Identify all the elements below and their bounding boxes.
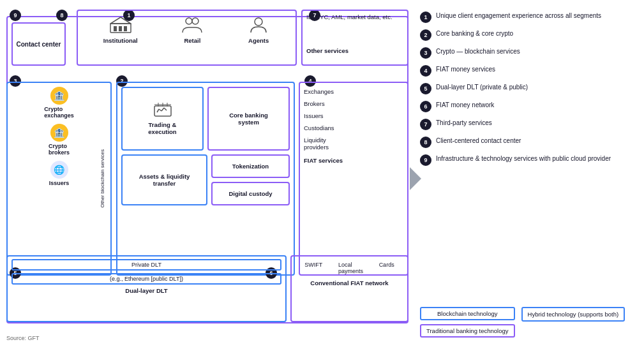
- crypto-vertical-label-container: Other blockchain services: [96, 83, 108, 274]
- institutional-label: Institutional: [103, 37, 138, 44]
- legend-item-3: 3 Crypto — blockchain services: [420, 47, 633, 59]
- digital-custody-box: Digital custody: [211, 182, 290, 205]
- fiat-network-box: SWIFT Localpayments Cards Conventional F…: [290, 255, 408, 322]
- fiat-network-row: SWIFT Localpayments Cards: [297, 262, 402, 274]
- legend-tech-box: Blockchain technology Traditional bankin…: [420, 307, 515, 338]
- svg-line-10: [159, 109, 161, 111]
- badge-8: 8: [56, 10, 68, 21]
- legend-text-5: Dual-layer DLT (private & public): [436, 83, 633, 91]
- crypto-outer-box: 🏦 Cryptoexchanges 🏦 Cryptobrokers 🌐 Issu…: [6, 82, 112, 276]
- public-dlt-box: (e.g., Ethereum [public DLT]): [11, 273, 281, 285]
- issuers-icon: 🌐: [50, 161, 68, 179]
- legend-item-2: 2 Core banking & core crypto: [420, 29, 633, 41]
- traditional-tech-label: Traditional banking technology: [426, 327, 509, 334]
- legend-item-1: 1 Unique client engagement experience ac…: [420, 11, 633, 23]
- fiat-services-title: FIAT services: [304, 157, 403, 164]
- legend-text-4: FIAT money services: [436, 65, 633, 73]
- blockchain-tech-box: Blockchain technology: [420, 307, 515, 320]
- svg-point-6: [192, 18, 198, 24]
- legend-text-7: Third-party services: [436, 119, 633, 127]
- svg-point-7: [255, 18, 262, 26]
- fiat-liquidity: Liquidityproviders: [304, 135, 403, 152]
- legend-item-6: 6 FIAT money network: [420, 101, 633, 112]
- page-wrapper: 9 8 Contact center 1: [0, 0, 644, 349]
- institutional-icon: [109, 15, 132, 35]
- retail-label: Retail: [184, 37, 200, 44]
- diagram-area: 9 8 Contact center 1: [6, 6, 408, 343]
- dlt-box: Private DLT (e.g., Ethereum [public DLT]…: [6, 255, 287, 322]
- legend-badge-3: 3: [420, 47, 431, 59]
- core-section: Trading &execution Core bankingsystem As…: [116, 82, 295, 276]
- fiat-custodians: Custodians: [304, 123, 403, 133]
- traditional-tech-box: Traditional banking technology: [420, 324, 515, 338]
- clients-box: Institutional Retail: [77, 10, 297, 66]
- svg-rect-2: [114, 26, 117, 31]
- legend-badge-6: 6: [420, 101, 431, 112]
- legend-text-9: Infrastructure & technology services wit…: [436, 154, 633, 163]
- badge-9: 9: [10, 10, 21, 21]
- token-custody-col: Tokenization Digital custody: [211, 154, 290, 205]
- legend-area: 1 Unique client engagement experience ac…: [415, 6, 638, 343]
- legend-bottom: Blockchain technology Traditional bankin…: [420, 307, 633, 338]
- legend-text-2: Core banking & core crypto: [436, 29, 633, 38]
- legend-item-8: 8 Client-centered contact center: [420, 137, 633, 148]
- legend-badge-4: 4: [420, 65, 431, 77]
- svg-rect-4: [124, 26, 127, 31]
- other-services-box: ID, KYC, AML, market data, etc. Other se…: [301, 10, 408, 66]
- legend-item-4: 4 FIAT money services: [420, 65, 633, 77]
- svg-marker-1: [110, 17, 131, 24]
- crypto-exchanges-icon: 🏦: [50, 87, 68, 105]
- fiat-local-payments: Localpayments: [338, 262, 363, 274]
- other-blockchain-label: Other blockchain services: [100, 149, 105, 208]
- legend-text-1: Unique client engagement experience acro…: [436, 11, 633, 20]
- client-agents: Agents: [247, 15, 270, 44]
- fiat-services-outer: Exchanges Brokers Issuers Custodians Liq…: [299, 82, 408, 276]
- legend-badge-1: 1: [420, 11, 431, 23]
- tokenization-label: Tokenization: [232, 163, 269, 170]
- digital-custody-label: Digital custody: [228, 190, 272, 197]
- hybrid-tech-label: Hybrid technology (supports both): [528, 311, 619, 318]
- legend-badge-8: 8: [420, 137, 431, 148]
- legend-badge-7: 7: [420, 119, 431, 130]
- core-banking-label: Core bankingsystem: [229, 112, 268, 126]
- assets-box: Assets & liquiditytransfer: [121, 154, 207, 205]
- fiat-exchanges: Exchanges: [304, 87, 403, 96]
- other-services-description: ID, KYC, AML, market data, etc.: [306, 13, 403, 20]
- issuers-item: 🌐 Issuers: [11, 161, 107, 186]
- clients-inner: Institutional Retail: [82, 15, 292, 44]
- fiat-swift: SWIFT: [304, 262, 322, 274]
- legend-text-6: FIAT money network: [436, 101, 633, 109]
- fiat-cards: Cards: [379, 262, 394, 274]
- fiat-network-label: Conventional FIAT network: [297, 279, 402, 286]
- crypto-brokers-icon: 🏦: [50, 124, 68, 142]
- legend-badge-5: 5: [420, 83, 431, 94]
- private-dlt-box: Private DLT: [11, 259, 281, 271]
- issuers-label: Issuers: [49, 180, 70, 186]
- legend-text-3: Crypto — blockchain services: [436, 47, 633, 56]
- legend-item-9: 9 Infrastructure & technology services w…: [420, 154, 633, 166]
- crypto-exchanges-label: Cryptoexchanges: [44, 106, 74, 119]
- svg-rect-8: [154, 106, 171, 116]
- legend-text-8: Client-centered contact center: [436, 137, 633, 145]
- svg-line-12: [164, 108, 167, 110]
- svg-rect-3: [119, 26, 122, 31]
- agents-icon: [247, 15, 270, 35]
- crypto-brokers-label: Cryptobrokers: [49, 143, 70, 156]
- svg-line-11: [161, 108, 164, 111]
- legend-item-5: 5 Dual-layer DLT (private & public): [420, 83, 633, 94]
- svg-line-9: [157, 109, 159, 112]
- crypto-exchanges-item: 🏦 Cryptoexchanges: [11, 87, 107, 119]
- private-dlt-label: Private DLT: [131, 262, 161, 268]
- fiat-services-items: Exchanges Brokers Issuers Custodians Liq…: [304, 87, 403, 152]
- core-bottom-row: Assets & liquiditytransfer Tokenization …: [121, 154, 290, 205]
- core-banking-box: Core bankingsystem: [207, 87, 290, 151]
- hybrid-tech-box: Hybrid technology (supports both): [521, 307, 625, 322]
- retail-icon: [181, 15, 204, 35]
- client-institutional: Institutional: [103, 15, 138, 44]
- crypto-brokers-item: 🏦 Cryptobrokers: [11, 124, 107, 156]
- trading-label: Trading &execution: [148, 121, 176, 135]
- tokenization-box: Tokenization: [211, 154, 290, 178]
- svg-point-5: [186, 18, 192, 24]
- core-top-row: Trading &execution Core bankingsystem: [121, 87, 290, 151]
- blockchain-tech-label: Blockchain technology: [437, 310, 498, 317]
